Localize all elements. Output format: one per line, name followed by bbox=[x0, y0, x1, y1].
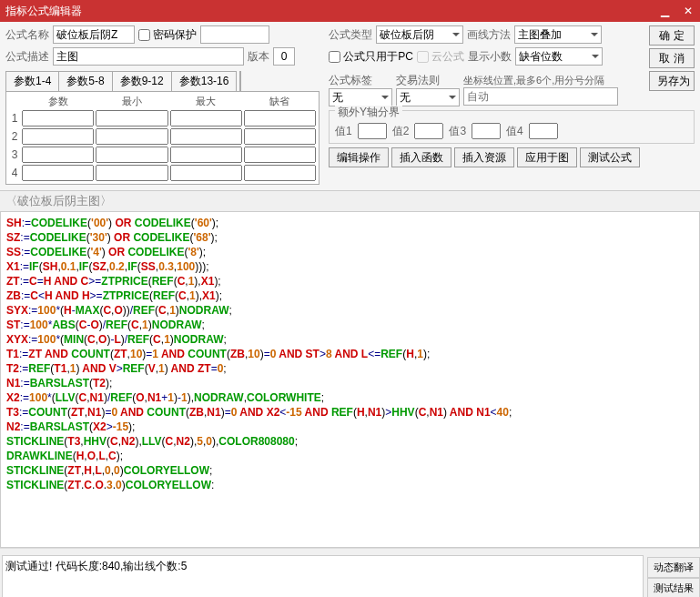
tab-params-13-16[interactable]: 参数13-16 bbox=[171, 71, 238, 91]
titlebar: 指标公式编辑器 ▁ ✕ bbox=[0, 0, 700, 22]
tab-params-9-12[interactable]: 参数9-12 bbox=[112, 71, 172, 91]
param-cell[interactable] bbox=[22, 128, 94, 145]
param-grid: 参数 最小 最大 缺省 1 2 3 4 bbox=[5, 91, 320, 185]
close-icon[interactable]: ✕ bbox=[682, 5, 695, 17]
status-output: 测试通过! 代码长度:840,输出线个数:5 bbox=[2, 555, 644, 597]
top-panel: 公式名称 密码保护 公式描述 版本 参数1-4 参数5-8 参数9-12 参数1… bbox=[0, 22, 700, 191]
param-cell[interactable] bbox=[170, 110, 242, 126]
pc-only-check[interactable]: 公式只用于PC bbox=[329, 49, 413, 65]
formula-desc-input[interactable] bbox=[53, 47, 244, 66]
test-result-button[interactable]: 测试结果 bbox=[647, 578, 700, 597]
extra-y-axis-group: 额外Y轴分界 值1 值2 值3 值4 bbox=[329, 110, 695, 144]
param-cell[interactable] bbox=[22, 147, 94, 163]
apply-chart-button[interactable]: 应用于图 bbox=[517, 147, 577, 167]
code-editor[interactable]: SH:=CODELIKE('00') OR CODELIKE('60'); SZ… bbox=[0, 211, 700, 548]
cloud-formula-check: 云公式 bbox=[417, 49, 464, 65]
label-draw-method: 画线方法 bbox=[467, 27, 511, 43]
label-trade-rule: 交易法则 bbox=[396, 73, 460, 88]
version-input[interactable] bbox=[273, 47, 295, 66]
param-cell[interactable] bbox=[170, 165, 242, 181]
param-cell[interactable] bbox=[244, 128, 316, 145]
param-cell[interactable] bbox=[244, 147, 316, 163]
tab-params-1-4[interactable]: 参数1-4 bbox=[5, 71, 59, 91]
insert-func-button[interactable]: 插入函数 bbox=[391, 147, 451, 167]
password-input[interactable] bbox=[200, 25, 269, 44]
param-cell[interactable] bbox=[22, 165, 94, 181]
formula-name-input[interactable] bbox=[53, 25, 135, 44]
formula-tag-select[interactable]: 无 bbox=[329, 88, 392, 106]
edit-op-button[interactable]: 编辑操作 bbox=[329, 147, 389, 167]
formula-type-select[interactable]: 破位板后阴 bbox=[376, 25, 463, 44]
test-formula-button[interactable]: 测试公式 bbox=[580, 147, 640, 167]
param-cell[interactable] bbox=[170, 147, 242, 163]
y-value-3[interactable] bbox=[472, 123, 501, 139]
cancel-button[interactable]: 取 消 bbox=[649, 48, 695, 68]
dynamic-translate-button[interactable]: 动态翻译 bbox=[647, 557, 700, 578]
tab-params-5-8[interactable]: 参数5-8 bbox=[58, 71, 112, 91]
label-extra-y: 额外Y轴分界 bbox=[335, 106, 402, 118]
insert-res-button[interactable]: 插入资源 bbox=[454, 147, 514, 167]
show-decimal-select[interactable]: 缺省位数 bbox=[515, 47, 603, 66]
y-value-4[interactable] bbox=[529, 123, 558, 139]
param-header: 参数 bbox=[21, 94, 95, 109]
label-formula-type: 公式类型 bbox=[329, 27, 372, 43]
param-header: 最大 bbox=[169, 94, 243, 109]
param-tabs: 参数1-4 参数5-8 参数9-12 参数13-16 bbox=[5, 71, 320, 91]
saveas-button[interactable]: 另存为 bbox=[649, 71, 695, 91]
param-cell[interactable] bbox=[22, 110, 94, 126]
label-formula-desc: 公式描述 bbox=[5, 49, 49, 65]
window-title: 指标公式编辑器 bbox=[5, 4, 82, 19]
label-formula-tag: 公式标签 bbox=[329, 73, 392, 88]
editor-header: 〈破位板后阴主图〉 bbox=[0, 191, 700, 211]
param-cell[interactable] bbox=[96, 110, 167, 126]
marker-pos-input[interactable] bbox=[463, 87, 618, 106]
param-cell[interactable] bbox=[244, 110, 316, 126]
password-protect-check[interactable]: 密码保护 bbox=[138, 27, 197, 43]
param-header: 最小 bbox=[95, 94, 168, 109]
y-value-1[interactable] bbox=[358, 123, 387, 139]
param-cell[interactable] bbox=[96, 128, 167, 145]
param-cell[interactable] bbox=[96, 147, 167, 163]
y-value-2[interactable] bbox=[414, 123, 443, 139]
label-show-decimal: 显示小数 bbox=[468, 49, 512, 65]
draw-method-select[interactable]: 主图叠加 bbox=[514, 25, 602, 44]
minimize-icon[interactable]: ▁ bbox=[658, 5, 671, 17]
label-formula-name: 公式名称 bbox=[5, 27, 49, 43]
ok-button[interactable]: 确 定 bbox=[649, 25, 695, 46]
param-cell[interactable] bbox=[170, 128, 242, 145]
param-cell[interactable] bbox=[244, 165, 316, 181]
trade-rule-select[interactable]: 无 bbox=[396, 88, 460, 106]
param-header: 缺省 bbox=[243, 94, 317, 109]
param-cell[interactable] bbox=[96, 165, 167, 181]
label-version: 版本 bbox=[248, 49, 269, 65]
